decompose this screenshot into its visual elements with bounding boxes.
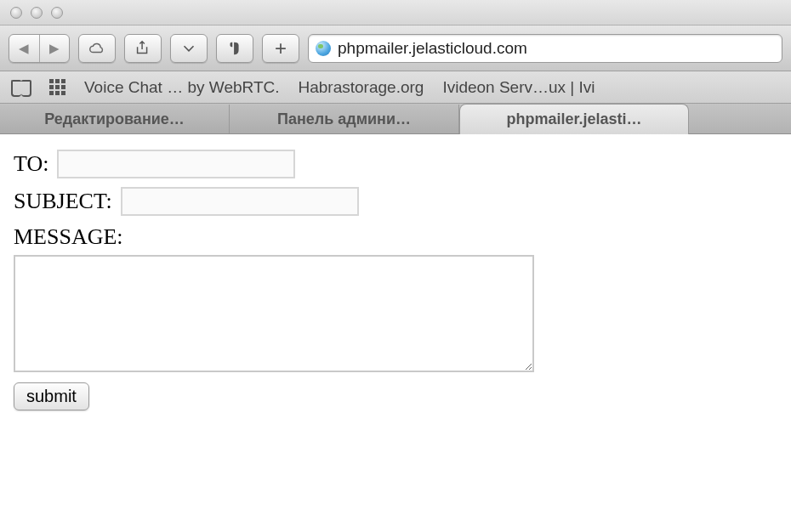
tab-bar: Редактирование… Панель админи… phpmailer… [0,104,791,134]
tab-1[interactable]: Редактирование… [0,105,230,133]
evernote-button[interactable] [216,34,253,63]
to-label: TO: [14,151,48,177]
evernote-icon [225,39,244,58]
submit-button[interactable]: submit [14,382,89,410]
back-icon: ◀ [9,41,39,56]
message-label: MESSAGE: [14,224,123,249]
back-forward-button[interactable]: ◀ ▶ [9,34,70,63]
tab-label: Редактирование… [44,110,185,128]
pocket-button[interactable] [170,34,208,63]
bookmark-bar: Voice Chat … by WebRTC. Habrastorage.org… [0,71,791,104]
subject-label: SUBJECT: [14,189,112,214]
chevron-down-icon [179,39,198,58]
grid-icon [49,79,65,95]
tab-label: phpmailer.jelasti… [506,110,641,128]
show-bookmarks-button[interactable] [12,80,31,95]
share-icon [134,39,152,58]
page-content: TO: SUBJECT: MESSAGE: submit [0,134,791,426]
message-textarea[interactable] [14,255,534,372]
address-url: phpmailer.jelasticloud.com [338,39,527,58]
minimize-window-button[interactable] [31,7,43,19]
cloud-icon [88,39,106,58]
top-sites-button[interactable] [49,79,65,95]
share-button[interactable] [124,34,162,63]
subject-input[interactable] [121,187,359,216]
tab-2[interactable]: Панель админи… [230,105,459,133]
address-bar[interactable]: phpmailer.jelasticloud.com [308,34,782,63]
forward-icon: ▶ [40,41,70,56]
zoom-window-button[interactable] [51,7,63,19]
bookmark-link[interactable]: Voice Chat … by WebRTC. [84,78,280,97]
browser-toolbar: ◀ ▶ + phpmailer.jelasticloud.com [0,25,791,71]
close-window-button[interactable] [10,7,22,19]
globe-icon [316,41,331,56]
new-tab-button[interactable]: + [262,34,299,63]
to-input[interactable] [57,150,295,178]
icloud-button[interactable] [78,34,116,63]
plus-icon: + [275,37,287,60]
bookmark-link[interactable]: Ivideon Serv…ux | Ivi [442,78,595,97]
bookmark-link[interactable]: Habrastorage.org [299,78,424,97]
window-titlebar [0,0,791,25]
tab-3-active[interactable]: phpmailer.jelasti… [459,104,689,134]
book-icon [12,80,31,95]
tab-label: Панель админи… [277,110,411,128]
